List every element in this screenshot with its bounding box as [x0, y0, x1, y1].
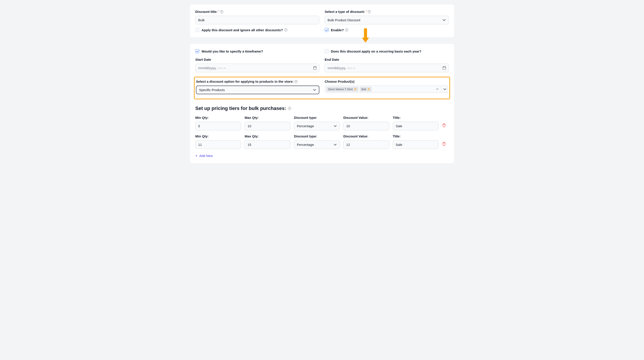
- end-date-label: End Date: [325, 58, 449, 61]
- plus-icon: +: [195, 154, 198, 158]
- discount-value-label: Discount Value:: [343, 116, 389, 120]
- highlighted-section: Select a discount option for applying to…: [194, 77, 450, 99]
- discount-option-label: Select a discount option for applying to…: [196, 80, 319, 83]
- choose-products-multiselect[interactable]: Short Sleeve T-Shirt ✕ Belt ✕ ✕: [325, 86, 448, 93]
- tier-title-label: Title:: [393, 134, 438, 138]
- tier-row: Min Qty: Max Qty: Discount type: Percent…: [195, 116, 449, 130]
- discount-type-label: Discount type:: [294, 134, 340, 138]
- min-qty-label: Min Qty:: [195, 134, 241, 138]
- discount-title-input[interactable]: [195, 16, 319, 24]
- max-qty-label: Max Qty:: [244, 116, 290, 120]
- choose-products-label: Choose Product(s): [325, 80, 448, 83]
- calendar-icon: [443, 66, 446, 70]
- discount-type-select[interactable]: Bulk Product Discount: [325, 16, 449, 24]
- tier-title-input[interactable]: [393, 140, 438, 149]
- tier-row: Min Qty: Max Qty: Discount type: Percent…: [195, 134, 449, 149]
- start-date-label: Start Date: [195, 58, 319, 61]
- discount-option-select[interactable]: Specific Products: [196, 86, 319, 94]
- remove-tag-icon[interactable]: ✕: [354, 88, 356, 91]
- chevron-down-icon: [314, 89, 316, 91]
- max-qty-input[interactable]: [244, 140, 290, 149]
- callout-arrow-icon: [364, 28, 367, 38]
- enable-label: Enable?: [331, 28, 348, 32]
- ignore-discounts-checkbox[interactable]: [195, 28, 199, 32]
- discount-value-input[interactable]: [343, 122, 389, 130]
- required-indicator: *: [366, 10, 367, 12]
- discount-title-label: Discount title: *: [195, 10, 319, 13]
- remove-tag-icon[interactable]: ✕: [368, 88, 370, 91]
- discount-value-input[interactable]: [343, 140, 389, 149]
- timeframe-label: Would you like to specify a timeframe?: [202, 49, 263, 53]
- tier-title-label: Title:: [393, 116, 438, 120]
- end-date-input[interactable]: mm/dd/yyyy, --:-- --: [325, 64, 449, 72]
- product-tag: Belt ✕: [360, 87, 372, 92]
- max-qty-input[interactable]: [244, 122, 290, 130]
- discount-type-label: Discount type:: [294, 116, 340, 120]
- info-icon[interactable]: [368, 10, 371, 13]
- discount-type-select[interactable]: Percentage: [294, 140, 340, 149]
- info-icon[interactable]: [294, 80, 298, 83]
- chevron-down-icon: [334, 125, 337, 128]
- ignore-discounts-label: Apply this discount and ignore all other…: [202, 28, 288, 32]
- clear-all-icon[interactable]: ✕: [436, 87, 439, 91]
- info-icon[interactable]: [345, 28, 348, 31]
- max-qty-label: Max Qty:: [244, 134, 290, 138]
- calendar-icon: [313, 66, 316, 70]
- min-qty-input[interactable]: [195, 140, 241, 149]
- enable-checkbox[interactable]: [325, 28, 329, 32]
- delete-tier-button[interactable]: [442, 123, 446, 128]
- min-qty-input[interactable]: [195, 122, 241, 130]
- start-date-input[interactable]: mm/dd/yyyy, --:-- --: [195, 64, 319, 72]
- recurring-label: Does this discount apply on a recurring …: [331, 49, 422, 53]
- discount-header-card: Discount title: * Select a type of disco…: [190, 4, 454, 37]
- recurring-checkbox[interactable]: [325, 49, 329, 53]
- required-indicator: *: [218, 10, 219, 12]
- add-new-tier-button[interactable]: + Add New: [195, 154, 213, 158]
- pricing-tiers-heading: Set up pricing tiers for bulk purchases:: [195, 106, 449, 111]
- tier-title-input[interactable]: [393, 122, 438, 130]
- delete-tier-button[interactable]: [442, 142, 446, 147]
- chevron-down-icon[interactable]: [444, 88, 446, 91]
- product-tag: Short Sleeve T-Shirt ✕: [326, 87, 358, 92]
- chevron-down-icon: [334, 143, 337, 146]
- info-icon[interactable]: [288, 107, 291, 110]
- info-icon[interactable]: [220, 10, 223, 13]
- timeframe-checkbox[interactable]: [195, 49, 199, 53]
- info-icon[interactable]: [284, 28, 288, 31]
- callout-arrow-head-icon: [362, 38, 369, 42]
- min-qty-label: Min Qty:: [195, 116, 241, 120]
- discount-type-label: Select a type of discount: *: [325, 10, 449, 13]
- chevron-down-icon: [443, 19, 446, 21]
- discount-value-label: Discount Value:: [343, 134, 389, 138]
- discount-type-select[interactable]: Percentage: [294, 122, 340, 130]
- discount-config-card: Would you like to specify a timeframe? D…: [190, 44, 454, 163]
